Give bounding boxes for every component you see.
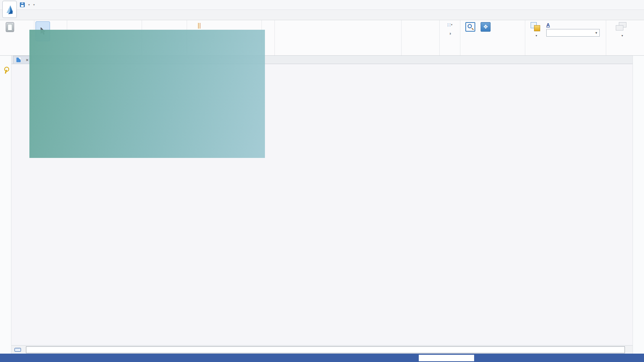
prompt-message bbox=[26, 346, 625, 353]
maximize-button[interactable] bbox=[621, 1, 633, 9]
format-painter-icon[interactable] bbox=[19, 37, 27, 43]
document-icon bbox=[16, 58, 21, 62]
find-command-input[interactable] bbox=[419, 355, 474, 361]
font-decrease-icon[interactable] bbox=[265, 36, 272, 43]
zoom-area-button[interactable] bbox=[462, 21, 479, 32]
ribbon-group-style: ▾ A ▼ bbox=[525, 20, 606, 55]
pattern-group-label bbox=[441, 50, 459, 55]
pattern-icon[interactable]: ∷▾ bbox=[446, 21, 454, 28]
quick-access-toolbar: ▾ ▾ bbox=[20, 2, 37, 7]
styles-icon: A bbox=[546, 22, 550, 28]
clipboard-group-label bbox=[1, 50, 33, 55]
tab-row-right-icons bbox=[638, 19, 644, 20]
switch-windows-icon bbox=[616, 22, 629, 32]
window-group-label bbox=[607, 50, 637, 55]
style-dropdown-caret-icon: ▼ bbox=[595, 31, 598, 35]
doc-tab-icons bbox=[626, 63, 633, 64]
left-tool-rail bbox=[0, 56, 11, 354]
mirror-icon[interactable]: ◑ bbox=[446, 30, 454, 37]
style-group-label bbox=[526, 50, 605, 55]
cut-icon[interactable] bbox=[19, 21, 27, 28]
document-tab-close-icon[interactable]: ✕ bbox=[26, 58, 29, 62]
title-bar: ▾ ▾ bbox=[0, 0, 644, 10]
paste-icon bbox=[6, 22, 14, 32]
close-button[interactable] bbox=[633, 1, 644, 9]
right-community-rail bbox=[633, 56, 644, 354]
view-styles-icon bbox=[531, 22, 542, 32]
smart-dimension-icon: || bbox=[194, 22, 204, 29]
text-styles-icon[interactable] bbox=[265, 21, 272, 28]
ribbon-group-solids bbox=[275, 20, 402, 55]
ribbon-group-orient: ✥ bbox=[460, 20, 525, 55]
font-increase-icon[interactable] bbox=[265, 29, 272, 35]
application-button[interactable] bbox=[2, 1, 17, 18]
smart-dimension-button[interactable]: || bbox=[188, 21, 210, 30]
minimize-button[interactable] bbox=[610, 1, 621, 9]
promptbar-icon bbox=[15, 348, 21, 352]
solid-edge-window: ▾ ▾ bbox=[0, 0, 644, 362]
ribbon-group-pattern: ∷▾ ◑ bbox=[440, 20, 460, 55]
view-styles-label: ▾ bbox=[536, 33, 537, 38]
video-overlay-banner bbox=[29, 30, 265, 158]
solids-group-label bbox=[276, 50, 400, 55]
fit-icon: ✥ bbox=[481, 22, 491, 32]
undo-dropdown-icon: ▾ bbox=[28, 3, 30, 6]
ribbon-tab-row bbox=[0, 10, 644, 20]
ribbon-group-face-relate bbox=[402, 20, 440, 55]
window-controls bbox=[610, 1, 644, 9]
save-icon[interactable] bbox=[20, 2, 25, 7]
redo-dropdown-icon: ▾ bbox=[33, 3, 35, 6]
key-icon[interactable] bbox=[4, 67, 8, 74]
orient-group-label bbox=[462, 50, 524, 55]
copy-icon[interactable] bbox=[19, 29, 27, 36]
prompt-bar bbox=[11, 345, 633, 354]
style-dropdown[interactable]: ▼ bbox=[546, 29, 600, 37]
selection-filter-icon[interactable] bbox=[51, 22, 58, 29]
paste-button[interactable] bbox=[1, 21, 19, 33]
ribbon-group-window: ▾ bbox=[606, 20, 638, 55]
solid-edge-logo-icon bbox=[5, 4, 15, 15]
switch-windows-label: ▾ bbox=[621, 33, 623, 38]
status-bar bbox=[0, 354, 644, 362]
face-relate-group-label bbox=[403, 50, 438, 55]
switch-windows-button[interactable]: ▾ bbox=[609, 21, 636, 38]
zoom-area-icon bbox=[465, 22, 475, 32]
view-styles-button[interactable]: ▾ bbox=[526, 21, 546, 38]
fit-button[interactable]: ✥ bbox=[479, 21, 492, 32]
